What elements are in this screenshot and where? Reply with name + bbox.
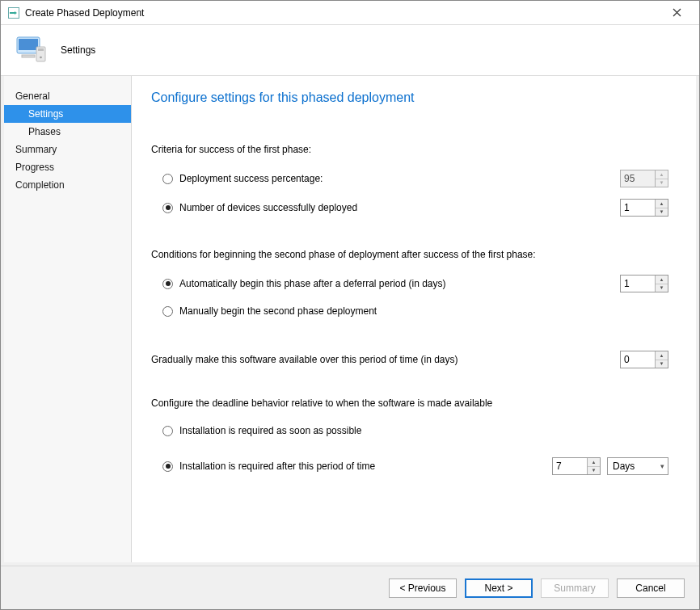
radio-percentage-label: Deployment success percentage: [179,173,620,184]
criteria-opt-percentage-row[interactable]: Deployment success percentage: 95 ▲ ▼ [151,166,668,191]
devices-value: 1 [621,200,655,216]
svg-rect-1 [10,12,15,14]
titlebar: Create Phased Deployment [1,1,699,25]
summary-button: Summary [541,578,609,598]
sidebar-item-settings[interactable]: Settings [4,105,131,123]
radio-devices[interactable] [162,203,173,213]
footer: < Previous Next > Summary Cancel [1,566,699,609]
next-button[interactable]: Next > [465,578,533,598]
spin-down-icon: ▼ [656,179,668,187]
sidebar: General Settings Phases Summary Progress… [4,76,132,562]
deferral-input[interactable]: 1 ▲ ▼ [620,275,668,292]
deadline-opt-asap-row[interactable]: Installation is required as soon as poss… [151,420,668,441]
close-icon [673,8,681,17]
app-icon [7,6,20,19]
sidebar-item-phases[interactable]: Phases [4,123,131,141]
wizard-window: Create Phased Deployment Settings Genera… [0,0,700,610]
devices-input[interactable]: 1 ▲ ▼ [620,199,668,217]
wizard-body: General Settings Phases Summary Progress… [1,76,699,566]
svg-rect-5 [38,48,44,51]
spin-down-icon[interactable]: ▼ [656,284,668,292]
page-heading: Configure settings for this phased deplo… [151,90,668,105]
radio-asap[interactable] [162,426,173,436]
deferral-spin: ▲ ▼ [655,276,668,292]
gradual-value: 0 [621,351,655,368]
radio-devices-label: Number of devices successfully deployed [179,202,620,213]
radio-manual-label: Manually begin the second phase deployme… [179,305,668,317]
gradual-row: Gradually make this software available o… [151,351,668,368]
radio-manual[interactable] [162,306,173,317]
spin-down-icon[interactable]: ▼ [588,467,600,475]
radio-auto-label: Automatically begin this phase after a d… [179,278,620,289]
radio-percentage[interactable] [162,174,173,184]
period-unit-dropdown[interactable]: Days ▾ [607,457,668,475]
radio-asap-label: Installation is required as soon as poss… [179,425,668,436]
conditions-opt-manual-row[interactable]: Manually begin the second phase deployme… [151,301,668,322]
radio-auto[interactable] [162,279,173,289]
svg-point-6 [40,57,42,59]
close-button[interactable] [660,2,693,24]
cancel-button[interactable]: Cancel [617,578,685,598]
deadline-label: Configure the deadline behavior relative… [151,398,668,409]
spin-up-icon: ▲ [656,170,668,179]
devices-spin: ▲ ▼ [655,200,668,216]
conditions-label: Conditions for beginning the second phas… [151,249,668,260]
radio-period[interactable] [162,461,173,472]
gradual-spin: ▲ ▼ [655,351,668,368]
sidebar-item-summary[interactable]: Summary [4,141,131,158]
period-spin: ▲ ▼ [587,458,600,474]
previous-button[interactable]: < Previous [389,578,457,598]
period-unit-value: Days [613,461,635,472]
header-title: Settings [61,44,95,56]
spin-up-icon[interactable]: ▲ [656,276,668,284]
percentage-input: 95 ▲ ▼ [620,170,668,187]
percentage-value: 95 [621,170,655,187]
chevron-down-icon: ▾ [660,462,664,470]
criteria-label: Criteria for success of the first phase: [151,144,668,155]
deferral-value: 1 [621,276,655,292]
sidebar-item-progress[interactable]: Progress [4,158,131,176]
deadline-opt-period-row[interactable]: Installation is required after this peri… [151,454,668,478]
gradual-input[interactable]: 0 ▲ ▼ [620,351,668,368]
spin-up-icon[interactable]: ▲ [588,458,600,467]
svg-rect-7 [22,55,35,57]
content-pane: Configure settings for this phased deplo… [132,76,696,562]
gradual-label: Gradually make this software available o… [151,354,620,365]
svg-rect-3 [19,39,38,50]
percentage-spin: ▲ ▼ [655,170,668,187]
criteria-opt-devices-row[interactable]: Number of devices successfully deployed … [151,196,668,220]
period-value: 7 [553,458,587,474]
conditions-opt-auto-row[interactable]: Automatically begin this phase after a d… [151,271,668,296]
spin-up-icon[interactable]: ▲ [656,200,668,208]
sidebar-item-completion[interactable]: Completion [4,176,131,194]
radio-period-label: Installation is required after this peri… [179,461,552,472]
sidebar-item-general[interactable]: General [4,87,131,105]
spin-down-icon[interactable]: ▼ [656,360,668,368]
spin-up-icon[interactable]: ▲ [656,351,668,360]
period-input[interactable]: 7 ▲ ▼ [552,457,601,475]
window-title: Create Phased Deployment [25,7,660,19]
header-banner: Settings [1,25,699,76]
computer-icon [14,32,49,68]
spin-down-icon[interactable]: ▼ [656,208,668,217]
